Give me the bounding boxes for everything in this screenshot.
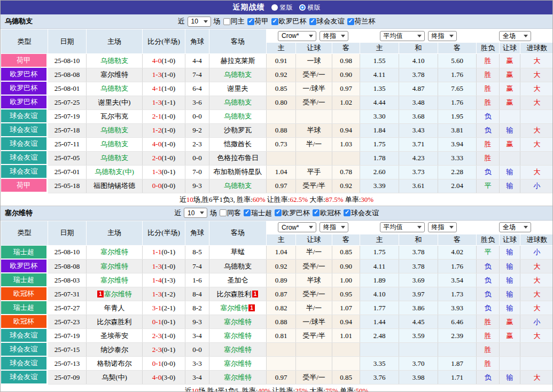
away-team[interactable]: 比尔森胜利 [217, 290, 252, 298]
result-scope-select[interactable]: 全场 [499, 222, 531, 232]
away-team[interactable]: 色格拉布鲁日 [217, 154, 259, 162]
away-team[interactable]: 乌德勒支 [224, 182, 252, 190]
checkbox-checked-icon[interactable] [344, 209, 351, 216]
away-team[interactable]: 乌德勒支 [224, 98, 252, 106]
home-team[interactable]: 乌德勒支 [100, 126, 128, 134]
league-filter[interactable]: 荷甲 [247, 17, 269, 26]
home-team[interactable]: 塞尔维特 [100, 248, 128, 256]
odds-source-select[interactable]: Crow* [278, 222, 316, 232]
away-team[interactable]: 塞尔维特 [224, 373, 252, 381]
home-team[interactable]: 塞尔维特 [104, 290, 132, 298]
away-team[interactable]: 乌德勒支 [224, 112, 252, 120]
league-filter[interactable]: 球会友谊 [344, 208, 379, 218]
home-team[interactable]: 乌德勒支 [100, 140, 128, 148]
same-venue-filter[interactable]: 同客 [220, 208, 241, 218]
league-filter[interactable]: 欧罗巴杯 [275, 208, 310, 218]
home-team[interactable]: 乌德勒支 [100, 57, 128, 65]
home-team[interactable]: 塞尔维特 [100, 262, 128, 270]
home-team[interactable]: 乌德勒支(中) [95, 168, 134, 176]
layout-radio-horizontal[interactable]: 横版 [299, 3, 321, 12]
team-section-header: 塞尔维特 近 10 场 同客 瑞士超欧罗巴杯欧冠杯球会友谊 [1, 206, 552, 221]
away-team[interactable]: 圣加仑 [228, 276, 248, 284]
result-outcome: 胜 [477, 137, 500, 151]
league-type-cell: 瑞士超 [1, 245, 48, 260]
checkbox-checked-icon[interactable] [247, 18, 254, 25]
league-filter[interactable]: 欧冠杯 [313, 208, 341, 218]
away-team[interactable]: 赫拉克莱斯 [221, 57, 255, 65]
away-team[interactable]: 草蜢 [231, 248, 245, 256]
league-type-cell: 瑞士超 [1, 301, 48, 315]
home-team[interactable]: 比尔森胜利 [97, 318, 132, 326]
away-team[interactable]: 恺撒酋长 [224, 140, 252, 148]
chevron-down-icon [449, 226, 454, 229]
odds-source-select[interactable]: Crow* [278, 31, 316, 41]
odds-away [332, 151, 360, 165]
home-team[interactable]: 纳沙泰尔 [100, 346, 128, 354]
avg-home: 4.11 [360, 260, 399, 273]
checkbox-checked-icon[interactable] [275, 209, 282, 216]
away-team[interactable]: 布加勒斯特星队 [214, 168, 262, 176]
odds-time-select[interactable]: 终指 [320, 31, 348, 41]
result-goals: 大 [520, 371, 553, 385]
checkbox-unchecked-icon[interactable] [220, 209, 227, 216]
home-team[interactable]: 塞尔维特 [100, 70, 128, 79]
home-team[interactable]: 年青人 [104, 304, 125, 312]
avg-draw: 3.71 [399, 137, 438, 151]
checkbox-checked-icon[interactable] [271, 18, 278, 25]
home-team[interactable]: 乌德勒支 [100, 154, 128, 162]
checkbox-unchecked-icon[interactable] [223, 18, 230, 25]
home-team-cell: 格勒诺布尔 [87, 357, 143, 371]
away-team-cell: 谢里夫 [209, 82, 267, 96]
away-team[interactable]: 塞尔维特 [224, 359, 252, 367]
radio-unselected-icon[interactable] [271, 4, 278, 11]
league-filter[interactable]: 欧罗巴杯 [271, 17, 307, 26]
result-scope-select[interactable]: 全场 [499, 31, 531, 41]
league-filter[interactable]: 荷兰杯 [347, 17, 376, 26]
home-team[interactable]: 福图纳锡塔德 [94, 182, 135, 190]
away-team[interactable]: 塞尔维特 [224, 318, 252, 326]
home-team[interactable]: 乌契(中) [102, 373, 127, 381]
avg-away: 1.95 [438, 109, 477, 123]
away-team[interactable]: 谢里夫 [228, 84, 248, 92]
checkbox-checked-icon[interactable] [309, 18, 316, 25]
avg-draw: 3.78 [399, 245, 438, 260]
result-outcome: 负 [477, 123, 500, 137]
match-count-select[interactable]: 10 [184, 208, 207, 218]
avg-time-select[interactable]: 终指 [428, 222, 457, 232]
odds-time-select[interactable]: 终指 [320, 222, 348, 232]
same-venue-filter[interactable]: 同主 [223, 17, 245, 26]
odds-home: 0.92 [267, 260, 296, 273]
away-team[interactable]: 乌德勒支 [224, 262, 252, 270]
avg-time-select[interactable]: 终指 [428, 31, 457, 41]
odds-line: 一/球半 [296, 82, 332, 96]
away-team[interactable]: 乌德勒支 [224, 70, 252, 79]
match-count-select[interactable]: 10 [188, 17, 211, 27]
home-team[interactable]: 谢里夫(中) [98, 98, 131, 106]
checkbox-checked-icon[interactable] [244, 209, 251, 216]
league-filter[interactable]: 瑞士超 [244, 208, 272, 218]
away-team[interactable]: 塞尔维特 [220, 304, 248, 312]
subcol-result-outcome: 胜负 [477, 43, 500, 54]
radio-selected-icon[interactable] [299, 4, 306, 11]
corner-score: 9-2 [185, 123, 209, 137]
checkbox-checked-icon[interactable] [347, 18, 354, 25]
away-team[interactable]: 塞尔维特 [224, 332, 252, 340]
away-team[interactable]: 沙勒罗瓦 [224, 126, 252, 134]
home-team[interactable]: 格勒诺布尔 [97, 359, 132, 367]
home-team[interactable]: 瓦尔韦克 [100, 112, 128, 120]
home-team[interactable]: 塞尔维特 [100, 276, 128, 284]
avg-source-select[interactable]: 平均值 [380, 222, 425, 232]
odds-line [296, 151, 332, 165]
league-filter[interactable]: 球会友谊 [309, 17, 345, 26]
col-header-type: 类型 [1, 29, 48, 54]
result-goals: 大 [520, 301, 553, 315]
fulltime-score: 1-1 [152, 248, 161, 256]
home-team[interactable]: 乌德勒支 [100, 84, 128, 92]
avg-source-select[interactable]: 平均值 [380, 31, 425, 41]
corner-score: 3-4 [185, 329, 209, 343]
home-team[interactable]: 圣埃蒂安 [100, 332, 128, 340]
away-team[interactable]: 塞尔维特 [224, 346, 252, 354]
layout-radio-vertical[interactable]: 竖版 [271, 3, 293, 12]
odds-away: 1.01 [332, 329, 360, 343]
checkbox-checked-icon[interactable] [313, 209, 320, 216]
